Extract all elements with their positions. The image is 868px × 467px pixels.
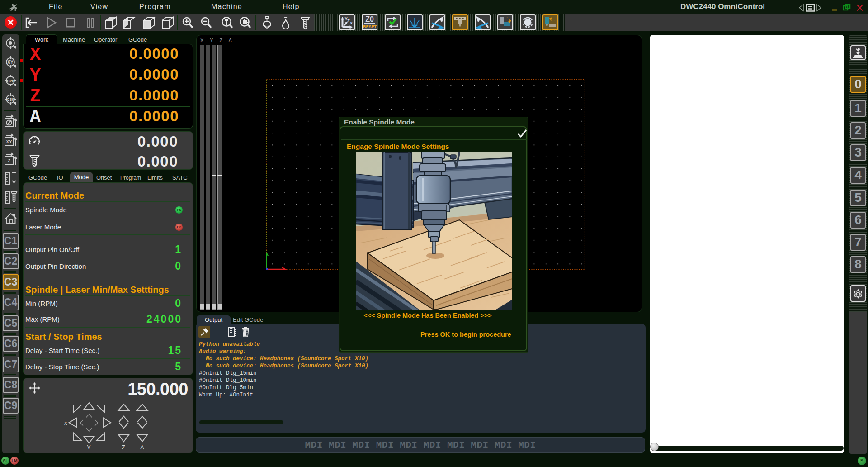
svg-text:XY: XY — [7, 60, 14, 65]
svg-text:X: X — [350, 20, 353, 25]
svg-text:Y: Y — [87, 444, 91, 451]
svg-text:Z: Z — [122, 444, 125, 451]
svg-text:A: A — [140, 444, 144, 451]
svg-text:G30: G30 — [7, 97, 14, 102]
svg-text:Z: Z — [8, 158, 10, 163]
svg-text:XY: XY — [6, 139, 12, 144]
svg-text:x: x — [64, 419, 67, 426]
svg-text:G28: G28 — [7, 79, 14, 83]
